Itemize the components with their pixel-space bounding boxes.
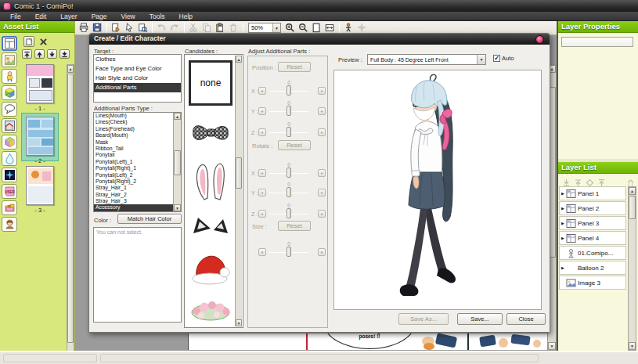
slider-decrement-button[interactable]: ▼ [258, 169, 266, 177]
target-item[interactable]: Additional Parts [94, 83, 181, 92]
slider-decrement-button[interactable]: ▼ [258, 248, 266, 256]
scrollbar-thumb[interactable] [67, 74, 74, 343]
menu-edit[interactable]: Edit [28, 12, 54, 21]
slider-decrement-button[interactable]: ▼ [258, 107, 266, 115]
scroll-down-icon[interactable]: ▼ [629, 342, 636, 350]
parts-type-item[interactable]: Ribbon_Tail [94, 146, 174, 152]
parts-type-item[interactable]: Ponytail(Right)_1 [94, 165, 174, 171]
slider-increment-button[interactable]: ▼ [318, 210, 326, 218]
background-icon[interactable] [2, 118, 17, 133]
slider-decrement-button[interactable]: ▼ [258, 189, 266, 196]
effect-burst-icon[interactable] [2, 168, 17, 182]
parts-type-item[interactable]: Mask [94, 139, 174, 146]
scroll-up-icon[interactable]: ▲ [236, 56, 242, 63]
parts-type-item[interactable]: Stray_Hair_3 [94, 198, 174, 204]
layer-up-icon[interactable] [574, 176, 582, 185]
save-button[interactable]: Save... [457, 313, 503, 325]
zoom-level-combo[interactable]: 50%▼ [248, 23, 281, 33]
candidate-none[interactable]: none [189, 60, 232, 106]
page-thumbnail-2[interactable] [26, 117, 54, 156]
slider-decrement-button[interactable]: ▼ [258, 210, 266, 218]
position-reset-button[interactable]: Reset [278, 62, 311, 72]
scene-icon[interactable] [2, 52, 17, 67]
save-as-button[interactable]: Save As... [398, 313, 449, 325]
slider-increment-button[interactable]: ▼ [318, 248, 326, 256]
auto-checkbox[interactable]: ✓ [493, 55, 500, 62]
new-page-button[interactable] [23, 36, 34, 47]
expander-icon[interactable]: ▶ [560, 236, 566, 240]
candidate-santa-hat[interactable] [189, 248, 232, 290]
scrollbar-thumb[interactable] [629, 196, 636, 219]
tone-drop-icon[interactable] [2, 151, 17, 166]
scroll-down-icon[interactable]: ▼ [236, 319, 242, 326]
balloon-icon[interactable] [2, 102, 17, 117]
dialog-title-bar[interactable]: Create / Edit Character [89, 34, 550, 45]
scroll-up-icon[interactable]: ▲ [174, 113, 181, 120]
user-2d-icon[interactable]: USER [2, 184, 17, 199]
menu-page[interactable]: Page [85, 12, 114, 21]
zoom-out-icon[interactable] [297, 22, 309, 34]
rotate-reset-button[interactable]: Reset [278, 140, 311, 150]
menu-layer[interactable]: Layer [53, 12, 84, 21]
parts-type-item[interactable]: Stray_Hair_1 [94, 185, 174, 191]
layer-list-scrollbar[interactable]: ▲ ▼ [628, 186, 636, 351]
parts-type-item[interactable]: Ponytail(Left)_1 [94, 159, 174, 165]
parts-type-item[interactable]: Accessory [94, 204, 174, 211]
parts-type-item[interactable]: Ponytail(Left)_2 [94, 172, 174, 178]
target-listbox[interactable]: ClothesFace Type and Eye ColorHair Style… [93, 54, 182, 103]
menu-help[interactable]: Help [172, 12, 200, 21]
save-icon[interactable] [92, 22, 103, 34]
slider-thumb[interactable] [287, 208, 291, 218]
candidate-rabbit-ears[interactable] [189, 158, 232, 204]
slider-increment-button[interactable]: ▼ [318, 169, 326, 177]
menu-view[interactable]: View [114, 12, 142, 21]
layer-row-panel-2[interactable]: ▶Panel 2 [559, 201, 626, 215]
slider-decrement-button[interactable]: ▼ [258, 128, 266, 136]
expander-icon[interactable]: ▶ [560, 221, 566, 225]
layer-row-panel-1[interactable]: ▶Panel 1 [559, 186, 626, 200]
print-icon[interactable] [78, 22, 90, 34]
target-item[interactable]: Clothes [94, 55, 181, 64]
layer-row-panel-4[interactable]: ▶Panel 4 [559, 231, 626, 245]
page-thumbnail-3[interactable] [26, 166, 54, 205]
cube-3d-icon[interactable] [2, 85, 17, 100]
move-top-icon[interactable] [22, 49, 32, 59]
layer-row-panel-3[interactable]: ▶Panel 3 [559, 216, 626, 230]
select-tool-icon[interactable] [124, 22, 135, 34]
close-button[interactable]: Close [506, 313, 546, 325]
parts-type-item[interactable]: Beard(Mouth) [94, 132, 174, 139]
parts-type-item[interactable]: Lines(Mouth) [94, 113, 174, 119]
expander-icon[interactable]: ▶ [560, 206, 566, 211]
expander-icon[interactable]: ▶ [560, 265, 566, 270]
print-preview-icon[interactable] [137, 22, 149, 34]
parts-type-item[interactable]: Lines(Forehead) [94, 126, 174, 132]
parts-type-listbox[interactable]: Lines(Mouth)Lines(Cheek)Lines(Forehead)B… [93, 112, 182, 212]
menu-file[interactable]: File [3, 12, 28, 21]
character-icon[interactable] [2, 69, 17, 84]
trash-icon[interactable] [626, 176, 635, 185]
slider-increment-button[interactable]: ▼ [318, 189, 326, 196]
target-item[interactable]: Face Type and Eye Color [94, 64, 181, 74]
expander-icon[interactable]: ▶ [560, 191, 566, 196]
match-hair-color-button[interactable]: Match Hair Color [117, 214, 182, 224]
candidate-bow[interactable] [189, 111, 232, 153]
auto-checkbox-wrap[interactable]: ✓ Auto [493, 55, 514, 62]
layer-row-01-comipo[interactable]: 01.Comipo... [559, 246, 626, 260]
item-3d-icon[interactable] [2, 135, 17, 150]
slider-increment-button[interactable]: ▼ [318, 107, 326, 115]
scroll-up-icon[interactable]: ▲ [67, 65, 74, 73]
slider-decrement-button[interactable]: ▼ [258, 87, 266, 95]
slider-thumb[interactable] [287, 127, 291, 137]
slider-increment-button[interactable]: ▼ [318, 87, 326, 95]
user-3d-icon[interactable]: 3D [2, 200, 17, 215]
zoom-in-icon[interactable] [284, 22, 296, 34]
move-up-icon[interactable] [34, 49, 45, 59]
slider-thumb[interactable] [287, 187, 291, 197]
slider-increment-button[interactable]: ▼ [318, 128, 326, 136]
move-bottom-icon[interactable] [59, 49, 70, 59]
candidate-flower-wreath[interactable] [189, 295, 232, 326]
scroll-down-icon[interactable]: ▼ [548, 342, 556, 350]
slider-thumb[interactable] [287, 106, 291, 116]
fit-page-icon[interactable] [311, 22, 323, 34]
parts-type-item[interactable]: Ponytail(Right)_2 [94, 178, 174, 185]
